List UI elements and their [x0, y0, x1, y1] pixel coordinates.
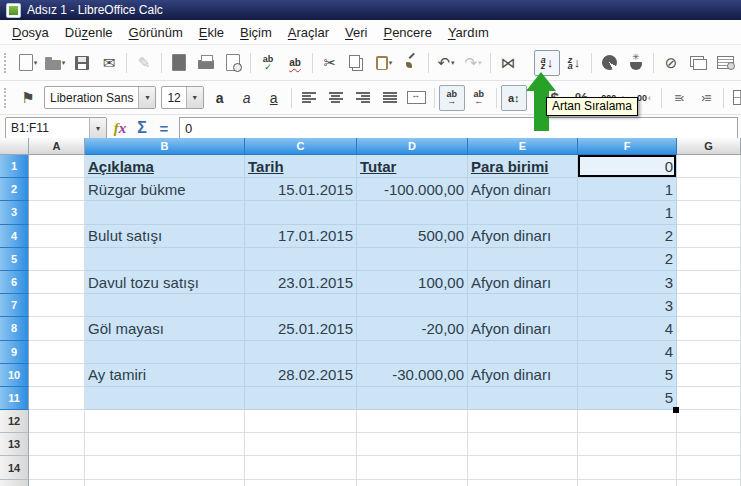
data-sources-button[interactable] — [712, 50, 738, 76]
menu-dosya[interactable]: Dosya — [4, 22, 57, 43]
cell-B9[interactable] — [85, 341, 245, 364]
print-preview-button[interactable] — [220, 50, 246, 76]
row-header-11[interactable]: 11 — [0, 387, 29, 410]
function-button[interactable]: = — [153, 118, 175, 138]
cell-E6[interactable]: Afyon dinarı — [468, 271, 578, 294]
menu-biçim[interactable]: Biçim — [232, 22, 280, 43]
cell-C5[interactable] — [245, 248, 357, 271]
cell-E3[interactable] — [468, 201, 578, 224]
cell-F7[interactable]: 3 — [578, 294, 677, 317]
cell-C8[interactable]: 25.01.2015 — [245, 317, 357, 340]
cell-G1[interactable] — [677, 155, 741, 178]
font-size-combo[interactable]: 12 ▾ — [161, 86, 203, 109]
cell-A1[interactable] — [29, 155, 85, 178]
align-center-button[interactable] — [323, 85, 349, 111]
cell-A12[interactable] — [29, 410, 85, 433]
cell-C11[interactable] — [245, 387, 357, 410]
cell-B8[interactable]: Göl mayası — [85, 317, 245, 340]
cell-G12[interactable] — [677, 410, 741, 433]
open-button[interactable]: ▾ — [42, 50, 68, 76]
cell-C13[interactable] — [245, 433, 357, 456]
cell-A3[interactable] — [29, 201, 85, 224]
sum-button[interactable]: Σ — [131, 118, 153, 138]
row-header-1[interactable]: 1 — [0, 155, 29, 178]
cell-C12[interactable] — [245, 410, 357, 433]
save-button[interactable] — [69, 50, 95, 76]
cell-B10[interactable]: Ay tamiri — [85, 364, 245, 387]
cell-D4[interactable]: 500,00 — [357, 225, 468, 248]
cell-A10[interactable] — [29, 364, 85, 387]
cell-B15[interactable] — [85, 480, 245, 486]
col-header-A[interactable]: A — [29, 138, 85, 155]
sort-descending-button[interactable]: za ↓ — [561, 50, 587, 76]
menu-düzenle[interactable]: Düzenle — [57, 22, 121, 43]
cell-G11[interactable] — [677, 387, 741, 410]
row-header-12[interactable]: 12 — [0, 410, 29, 433]
col-header-E[interactable]: E — [468, 138, 578, 155]
cell-D14[interactable] — [357, 456, 468, 479]
cell-D11[interactable] — [357, 387, 468, 410]
cell-B4[interactable]: Bulut satışı — [85, 225, 245, 248]
font-name-combo[interactable]: Liberation Sans ▾ — [44, 86, 156, 109]
cell-C15[interactable] — [245, 480, 357, 486]
navigator-button[interactable]: ⊘ — [658, 50, 684, 76]
cell-A13[interactable] — [29, 433, 85, 456]
cell-D8[interactable]: -20,00 — [357, 317, 468, 340]
cell-D3[interactable] — [357, 201, 468, 224]
cell-F5[interactable]: 2 — [578, 248, 677, 271]
cell-E8[interactable]: Afyon dinarı — [468, 317, 578, 340]
row-header-3[interactable]: 3 — [0, 201, 29, 224]
cell-A4[interactable] — [29, 225, 85, 248]
cell-C7[interactable] — [245, 294, 357, 317]
cell-E4[interactable]: Afyon dinarı — [468, 225, 578, 248]
chevron-down-icon[interactable]: ▾ — [186, 87, 203, 108]
undo-button[interactable]: ↶▾ — [433, 50, 459, 76]
cell-E11[interactable] — [468, 387, 578, 410]
underline-button[interactable]: a — [261, 85, 287, 111]
cell-G14[interactable] — [677, 456, 741, 479]
cell-D12[interactable] — [357, 410, 468, 433]
cell-F1[interactable]: 0 — [578, 155, 677, 178]
row-header-13[interactable]: 13 — [0, 433, 29, 456]
cell-F11[interactable]: 5 — [578, 387, 677, 410]
menu-görünüm[interactable]: Görünüm — [121, 22, 191, 43]
cell-G2[interactable] — [677, 178, 741, 201]
menu-pencere[interactable]: Pencere — [375, 22, 439, 43]
cell-F6[interactable]: 3 — [578, 271, 677, 294]
cut-button[interactable]: ✂ — [317, 50, 343, 76]
cell-G4[interactable] — [677, 225, 741, 248]
cell-C6[interactable]: 23.01.2015 — [245, 271, 357, 294]
cell-D9[interactable] — [357, 341, 468, 364]
cell-F10[interactable]: 5 — [578, 364, 677, 387]
cell-A8[interactable] — [29, 317, 85, 340]
cell-C3[interactable] — [245, 201, 357, 224]
cell-G15[interactable] — [677, 480, 741, 486]
chevron-down-icon[interactable]: ▾ — [138, 87, 155, 108]
cell-D10[interactable]: -30.000,00 — [357, 364, 468, 387]
fill-handle[interactable] — [673, 407, 679, 413]
cell-C14[interactable] — [245, 456, 357, 479]
name-box[interactable]: B1:F11 ▾ — [5, 117, 107, 140]
cell-E12[interactable] — [468, 410, 578, 433]
col-header-F[interactable]: F — [578, 138, 677, 155]
cell-G13[interactable] — [677, 433, 741, 456]
draw-functions-button[interactable] — [623, 50, 649, 76]
paste-button[interactable]: ▾ — [371, 50, 397, 76]
cell-B14[interactable] — [85, 456, 245, 479]
chevron-down-icon[interactable]: ▾ — [89, 118, 106, 139]
toolbar-handle[interactable] — [4, 88, 10, 108]
cell-D13[interactable] — [357, 433, 468, 456]
cell-A6[interactable] — [29, 271, 85, 294]
cell-D6[interactable]: 100,00 — [357, 271, 468, 294]
row-header-9[interactable]: 9 — [0, 341, 29, 364]
cell-E14[interactable] — [468, 456, 578, 479]
cell-G3[interactable] — [677, 201, 741, 224]
new-document-button[interactable]: ▾ — [15, 50, 41, 76]
align-left-button[interactable] — [296, 85, 322, 111]
cell-A5[interactable] — [29, 248, 85, 271]
col-header-G[interactable]: G — [677, 138, 741, 155]
cell-A15[interactable] — [29, 480, 85, 486]
decrease-indent-button[interactable]: ≡‹ — [666, 85, 692, 111]
cell-G5[interactable] — [677, 248, 741, 271]
cell-D5[interactable] — [357, 248, 468, 271]
